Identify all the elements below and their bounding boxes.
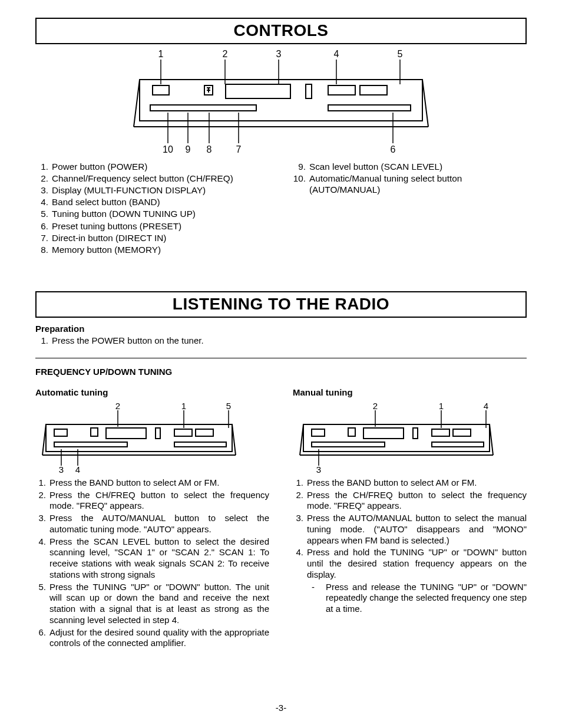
list-num: 1. [293, 477, 307, 489]
svg-line-1 [134, 80, 140, 127]
svg-rect-31 [106, 428, 146, 439]
list-item: Press the POWER button on the tuner. [52, 335, 204, 347]
diagram-label-top-3: 3 [276, 49, 282, 59]
dash-icon: - [307, 582, 326, 615]
list-num: 5. [35, 582, 49, 626]
diagram-label-top-4: 4 [334, 49, 339, 59]
list-item: Memory button (MEMORY) [52, 244, 161, 255]
diagram-label: 4 [75, 465, 80, 473]
list-num: 8. [35, 244, 52, 255]
list-item: Scan level button (SCAN LEVEL) [309, 161, 442, 172]
manual-diagram: 2 1 4 3 [297, 402, 498, 473]
step-text: Press the AUTO/MANUAL button to select t… [49, 513, 269, 535]
svg-rect-36 [174, 442, 226, 447]
diagram-label: 1 [181, 402, 186, 411]
step-text: Press the CH/FREQ button to select the f… [307, 490, 527, 512]
diagram-label: 2 [115, 402, 120, 411]
list-num: 10. [293, 173, 309, 195]
svg-rect-30 [91, 428, 98, 436]
svg-rect-29 [54, 429, 67, 436]
page-number: -3- [0, 703, 562, 714]
list-num: 4. [35, 536, 49, 581]
step-text: Press the CH/FREQ button to select the f… [49, 490, 269, 512]
list-num: 9. [293, 161, 309, 172]
list-num: 1. [35, 161, 52, 172]
svg-rect-33 [174, 429, 192, 436]
auto-diagram: 2 1 5 3 4 [40, 402, 240, 473]
list-item: Channel/Frequency select button (CH/FREQ… [52, 173, 233, 184]
svg-rect-49 [413, 428, 418, 439]
controls-title: CONTROLS [35, 18, 527, 44]
step-text: Adjust for the desired sound quality wit… [49, 627, 269, 650]
diagram-label: 4 [484, 402, 488, 411]
list-item: Direct-in button (DIRECT IN) [52, 232, 166, 243]
step-text: Press and hold the TUNING "UP" or "DOWN"… [307, 547, 527, 579]
step-text: Press the TUNING "UP" or "DOWN" button. … [49, 582, 269, 626]
svg-rect-35 [54, 442, 127, 447]
step-text: Press the SCAN LEVEL button to select th… [49, 536, 269, 581]
svg-rect-53 [432, 442, 484, 447]
list-item: Preset tuning buttons (PRESET) [52, 220, 181, 232]
diagram-label-top-1: 1 [158, 49, 164, 59]
list-num: 1. [35, 335, 52, 347]
svg-rect-47 [348, 428, 355, 436]
list-num: 3. [35, 513, 49, 535]
list-item: Tuning button (DOWN TUNING UP) [52, 208, 196, 219]
list-num: 2. [293, 490, 307, 512]
diagram-label-bottom-10: 10 [163, 144, 173, 154]
svg-rect-32 [156, 428, 160, 439]
controls-list-left: 1.Power button (POWER) 2.Channel/Frequen… [35, 161, 269, 256]
frequency-heading: FREQUENCY UP/DOWN TUNING [35, 367, 527, 378]
diagram-label: 5 [226, 402, 231, 411]
step-text: Press the BAND button to select AM or FM… [49, 477, 269, 489]
list-num: 6. [35, 220, 52, 232]
list-num: 3. [35, 185, 52, 196]
list-num: 6. [35, 627, 49, 650]
diagram-label-bottom-6: 6 [391, 144, 396, 154]
list-item: Automatic/Manual tuning select button (A… [309, 173, 527, 195]
diagram-label-bottom-7: 7 [236, 144, 242, 154]
listening-title: LISTENING TO THE RADIO [35, 291, 527, 318]
divider [35, 358, 527, 358]
step-text: Press the AUTO/MANUAL button to select t… [307, 513, 527, 546]
manual-tuning-heading: Manual tuning [293, 387, 527, 398]
list-num: 4. [35, 196, 52, 207]
controls-diagram: 1 2 3 4 5 10 9 8 7 6 [122, 49, 440, 155]
diagram-label: 3 [59, 465, 64, 473]
list-num: 7. [35, 232, 52, 243]
svg-rect-48 [363, 428, 404, 439]
list-item: Power button (POWER) [52, 161, 147, 172]
diagram-label-top-5: 5 [398, 49, 403, 59]
diagram-label: 1 [439, 402, 444, 411]
automatic-tuning-heading: Automatic tuning [35, 387, 269, 398]
diagram-label: 3 [316, 465, 321, 473]
list-num: 1. [35, 477, 49, 489]
preparation-heading: Preparation [35, 324, 527, 335]
automatic-tuning-section: Automatic tuning [35, 387, 269, 650]
list-num: 2. [35, 490, 49, 512]
svg-line-2 [422, 80, 428, 127]
list-item: Display (MULTI-FUNCTION DISPLAY) [52, 185, 206, 196]
svg-rect-46 [312, 429, 325, 436]
diagram-label-bottom-8: 8 [207, 144, 212, 154]
svg-rect-50 [432, 429, 449, 436]
svg-rect-34 [196, 429, 213, 436]
manual-tuning-section: Manual tuning [293, 387, 527, 650]
svg-rect-51 [453, 429, 471, 436]
step-text: Press the BAND button to select AM or FM… [307, 477, 527, 489]
step-subtext: Press and release the TUNING "UP" or "DO… [326, 582, 527, 615]
diagram-label: 2 [373, 402, 378, 411]
list-item: Band select button (BAND) [52, 196, 160, 207]
svg-rect-52 [312, 442, 385, 447]
list-num: 4. [293, 547, 307, 615]
list-num: 5. [35, 208, 52, 219]
controls-list-right: 9.Scan level button (SCAN LEVEL) 10.Auto… [293, 161, 527, 256]
list-num: 3. [293, 513, 307, 546]
diagram-label-bottom-9: 9 [186, 144, 191, 154]
diagram-label-top-2: 2 [223, 49, 228, 59]
list-num: 2. [35, 173, 52, 184]
